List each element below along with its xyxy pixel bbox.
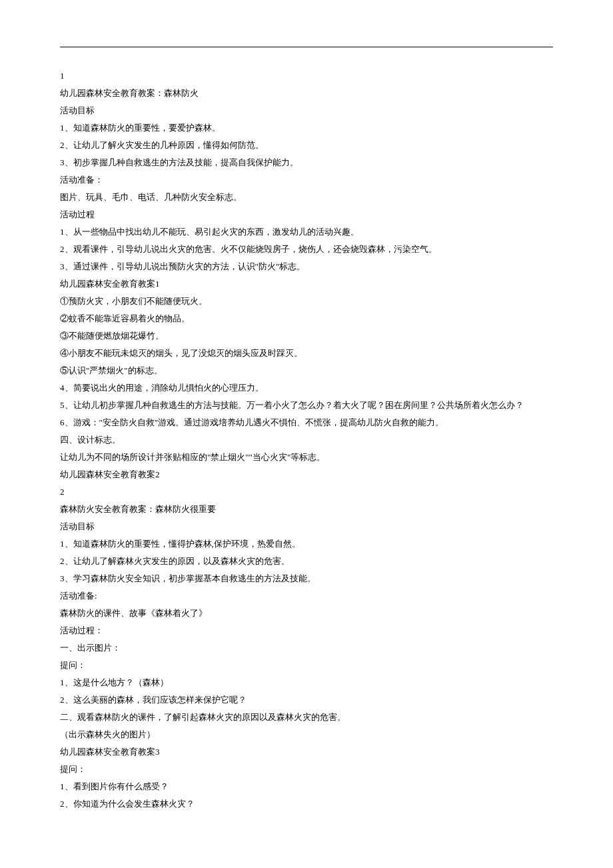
text-line: （出示森林失火的图片） xyxy=(60,726,553,743)
text-line: 2、观看课件，引导幼儿说出火灾的危害。火不仅能烧毁房子，烧伤人，还会烧毁森林，污… xyxy=(60,241,553,258)
text-line: 森林防火安全教育教案：森林防火很重要 xyxy=(60,501,553,518)
text-line: 1、看到图片你有什么感受？ xyxy=(60,778,553,795)
text-line: 2、你知道为什么会发生森林火灾？ xyxy=(60,795,553,813)
text-line: ③不能随便燃放烟花爆竹。 xyxy=(60,327,553,345)
text-line: ④小朋友不能玩未熄灭的烟头，见了没熄灭的烟头应及时踩灭。 xyxy=(60,345,553,362)
text-line: 幼儿园森林安全教育教案1 xyxy=(60,275,553,293)
document-content: 1幼儿园森林安全教育教案：森林防火活动目标1、知道森林防火的重要性，要爱护森林。… xyxy=(60,67,553,813)
text-line: 3、学习森林防火安全知识，初步掌握基本自救逃生的方法及技能。 xyxy=(60,570,553,587)
text-line: ①预防火灾，小朋友们不能随便玩火。 xyxy=(60,293,553,310)
text-line: 1、从一些物品中找出幼儿不能玩、易引起火灾的东西，激发幼儿的活动兴趣。 xyxy=(60,223,553,241)
text-line: 2 xyxy=(60,483,553,501)
text-line: 3、初步掌握几种自救逃生的方法及技能，提高自我保护能力。 xyxy=(60,154,553,171)
text-line: 幼儿园森林安全教育教案2 xyxy=(60,466,553,483)
text-line: 1、知道森林防火的重要性，懂得护森林,保护环境，热爱自然。 xyxy=(60,535,553,553)
text-line: 5、让幼儿初步掌握几种自救逃生的方法与技能。万一着小火了怎么办？着大火了呢？困在… xyxy=(60,397,553,414)
text-line: ②蚊香不能靠近容易着火的物品。 xyxy=(60,310,553,327)
text-line: 活动过程： xyxy=(60,622,553,639)
text-line: 2、让幼儿了解森林火灾发生的原因，以及森林火灾的危害。 xyxy=(60,553,553,570)
text-line: 森林防火的课件、故事《森林着火了》 xyxy=(60,605,553,622)
text-line: 活动目标 xyxy=(60,518,553,535)
text-line: 活动准备: xyxy=(60,587,553,605)
text-line: 2、这么美丽的森林，我们应该怎样来保护它呢？ xyxy=(60,691,553,709)
text-line: 一、出示图片： xyxy=(60,639,553,657)
text-line: 4、简要说出火的用途，消除幼儿惧怕火的心理压力。 xyxy=(60,379,553,397)
text-line: 提问： xyxy=(60,657,553,674)
text-line: 1、这是什么地方？（森林） xyxy=(60,674,553,691)
horizontal-rule xyxy=(60,47,553,47)
text-line: 2、让幼儿了解火灾发生的几种原因，懂得如何防范。 xyxy=(60,137,553,154)
document-page: 1幼儿园森林安全教育教案：森林防火活动目标1、知道森林防火的重要性，要爱护森林。… xyxy=(0,0,613,853)
text-line: 活动准备： xyxy=(60,171,553,189)
text-line: 让幼儿为不同的场所设计并张贴相应的"禁止烟火""当心火灾"等标志。 xyxy=(60,449,553,466)
text-line: ⑤认识"严禁烟火"的标志。 xyxy=(60,362,553,379)
text-line: 幼儿园森林安全教育教案：森林防火 xyxy=(60,85,553,102)
text-line: 提问： xyxy=(60,761,553,778)
text-line: 幼儿园森林安全教育教案3 xyxy=(60,743,553,761)
text-line: 活动目标 xyxy=(60,102,553,119)
text-line: 图片、玩具、毛巾、电话、几种防火安全标志。 xyxy=(60,189,553,206)
text-line: 1 xyxy=(60,67,553,85)
text-line: 3、通过课件，引导幼儿说出预防火灾的方法，认识"防火"标志。 xyxy=(60,258,553,275)
text-line: 6、游戏："安全防火自救"游戏。通过游戏培养幼儿遇火不惧怕、不慌张，提高幼儿防火… xyxy=(60,414,553,431)
text-line: 四、设计标志。 xyxy=(60,431,553,449)
text-line: 活动过程 xyxy=(60,206,553,223)
text-line: 二、观看森林防火的课件，了解引起森林火灾的原因以及森林火灾的危害。 xyxy=(60,709,553,726)
text-line: 1、知道森林防火的重要性，要爱护森林。 xyxy=(60,119,553,137)
